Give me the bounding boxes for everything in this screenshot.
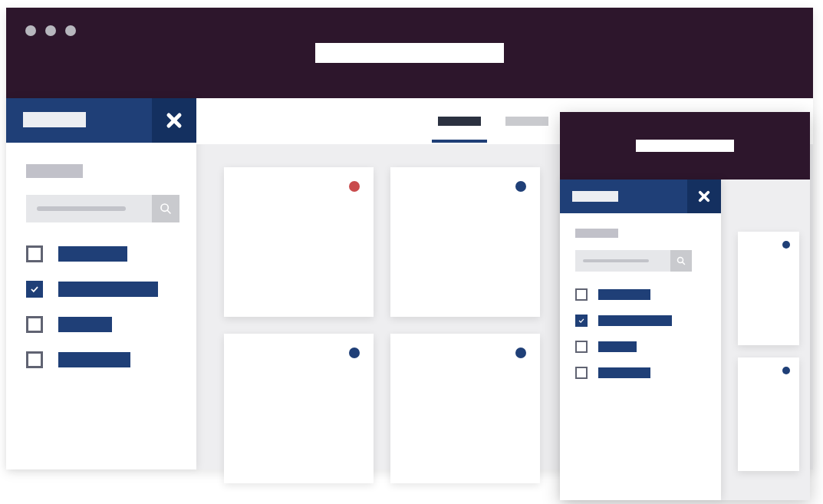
- titlebar: [560, 112, 810, 180]
- search-button[interactable]: [152, 195, 179, 222]
- filter-checkbox[interactable]: [575, 288, 588, 301]
- search-icon: [160, 203, 172, 215]
- filter-label: [58, 282, 158, 297]
- filter-checkbox[interactable]: [26, 281, 43, 298]
- tab[interactable]: [438, 117, 481, 126]
- content-card[interactable]: [390, 167, 540, 317]
- search-input[interactable]: [575, 250, 692, 272]
- filter-row[interactable]: [26, 281, 196, 298]
- sidebar-title: [23, 112, 86, 127]
- sidebar-section-label: [575, 229, 618, 238]
- svg-line-3: [167, 210, 170, 213]
- filter-row[interactable]: [26, 351, 196, 368]
- window-control-maximize[interactable]: [65, 25, 76, 36]
- filter-checkbox[interactable]: [575, 367, 588, 379]
- close-icon: [165, 111, 183, 130]
- filter-checkbox[interactable]: [575, 341, 588, 353]
- window-body: [560, 180, 810, 500]
- status-dot-icon: [782, 367, 790, 374]
- check-icon: [29, 284, 40, 295]
- filter-label: [598, 341, 637, 352]
- filter-label: [58, 246, 127, 262]
- content-card[interactable]: [738, 357, 799, 471]
- content-card[interactable]: [390, 334, 540, 483]
- sidebar-section-label: [26, 164, 83, 178]
- filter-row[interactable]: [26, 316, 196, 333]
- filter-row[interactable]: [575, 288, 721, 301]
- window-control-minimize[interactable]: [45, 25, 56, 36]
- app-title: [315, 43, 504, 63]
- status-dot-icon: [349, 348, 360, 358]
- filter-label: [598, 367, 650, 378]
- main-content: [721, 180, 810, 500]
- status-dot-icon: [515, 181, 526, 192]
- sidebar-close-button[interactable]: [687, 180, 721, 213]
- filter-row[interactable]: [575, 367, 721, 379]
- content-card[interactable]: [738, 232, 799, 345]
- content-card[interactable]: [224, 334, 374, 483]
- search-input[interactable]: [26, 195, 179, 222]
- sidebar: [6, 98, 196, 469]
- sidebar-close-button[interactable]: [152, 98, 196, 143]
- status-dot-icon: [349, 181, 360, 192]
- app-title: [636, 140, 734, 152]
- card-grid: [738, 232, 799, 471]
- sidebar: [560, 180, 721, 500]
- filter-list: [560, 288, 721, 379]
- app-window-small: [560, 112, 810, 500]
- search-button[interactable]: [670, 250, 692, 272]
- filter-list: [6, 245, 196, 368]
- filter-row[interactable]: [575, 341, 721, 353]
- window-controls: [25, 25, 76, 36]
- filter-checkbox[interactable]: [26, 316, 43, 333]
- filter-row[interactable]: [26, 245, 196, 262]
- filter-checkbox[interactable]: [26, 245, 43, 262]
- check-icon: [578, 317, 585, 324]
- close-icon: [697, 189, 711, 203]
- svg-line-7: [683, 262, 685, 265]
- status-dot-icon: [515, 348, 526, 358]
- sidebar-header: [560, 180, 721, 213]
- filter-label: [598, 289, 650, 300]
- filter-checkbox[interactable]: [26, 351, 43, 368]
- filter-checkbox[interactable]: [575, 315, 588, 327]
- content-card[interactable]: [224, 167, 374, 317]
- filter-label: [598, 315, 672, 326]
- filter-row[interactable]: [575, 315, 721, 327]
- titlebar: [6, 8, 813, 98]
- status-dot-icon: [782, 241, 790, 249]
- search-placeholder-text: [583, 259, 649, 262]
- sidebar-title: [572, 191, 618, 202]
- search-icon: [677, 256, 686, 265]
- sidebar-header: [6, 98, 196, 143]
- search-placeholder-text: [37, 206, 126, 211]
- card-grid: [224, 167, 540, 483]
- window-control-close[interactable]: [25, 25, 36, 36]
- filter-label: [58, 317, 112, 332]
- filter-label: [58, 352, 130, 367]
- tab[interactable]: [505, 117, 548, 126]
